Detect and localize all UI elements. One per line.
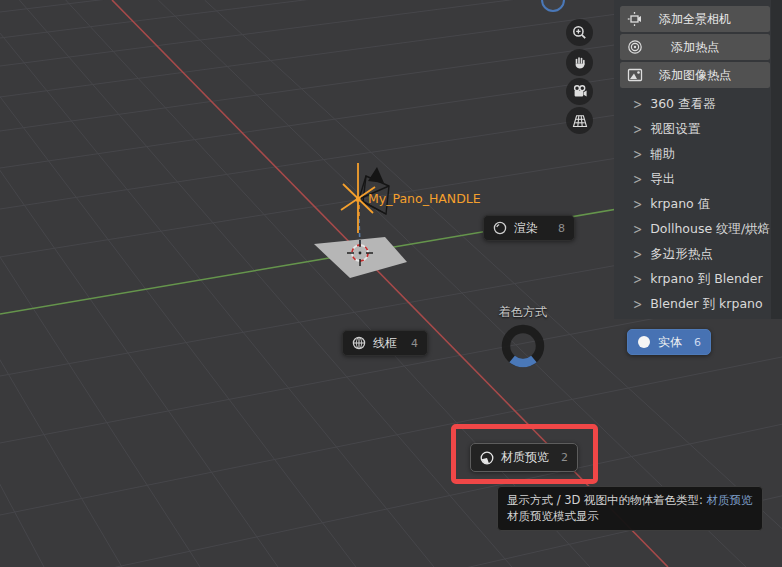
pie-item-label: 材质预览 <box>501 449 549 466</box>
material-preview-icon <box>480 451 494 465</box>
sidebar-scrollbar-gutter[interactable] <box>771 0 782 319</box>
section-label: 多边形热点 <box>650 246 713 263</box>
camera-view-button[interactable] <box>566 78 593 105</box>
hand-icon <box>572 55 587 70</box>
section-export[interactable]: > 导出 <box>620 167 772 192</box>
tooltip-line1: 显示方式 / 3D 视图中的物体着色类型: 材质预览 <box>507 492 753 508</box>
chevron-right-icon: > <box>633 271 642 287</box>
add-hotspot-button[interactable]: 添加热点 <box>620 34 770 60</box>
section-label: 视图设置 <box>650 121 700 138</box>
sidebar-panel: 添加全景相机 添加热点 添加图像热点 > 360 查看器 > 视图设置 > 辅助… <box>614 0 782 319</box>
section-krpano-to-blender[interactable]: > krpano 到 Blender <box>620 267 772 292</box>
pie-menu-title: 着色方式 <box>463 304 583 321</box>
chevron-right-icon: > <box>633 146 642 162</box>
section-dollhouse-bake[interactable]: > Dollhouse 纹理/烘焙 <box>620 217 772 242</box>
tooltip-line2: 材质预览模式显示 <box>507 508 753 524</box>
section-label: Blender 到 krpano <box>650 296 762 313</box>
grid-icon <box>572 114 588 128</box>
pie-item-label: 线框 <box>373 335 397 352</box>
tooltip-value: 材质预览 <box>707 493 753 507</box>
section-label: 辅助 <box>650 146 675 163</box>
pie-item-shortcut: 6 <box>694 336 701 349</box>
chevron-right-icon: > <box>633 296 642 312</box>
pie-item-solid[interactable]: 实体 6 <box>627 329 711 355</box>
chevron-right-icon: > <box>633 121 642 137</box>
section-krpano-values[interactable]: > krpano 值 <box>620 192 772 217</box>
pie-item-material-preview[interactable]: 材质预览 2 <box>470 443 578 472</box>
section-360-viewer[interactable]: > 360 查看器 <box>620 92 772 117</box>
pie-item-render[interactable]: 渲染 8 <box>483 215 575 241</box>
section-label: 360 查看器 <box>650 96 715 113</box>
image-hotspot-icon <box>627 67 643 83</box>
section-label: 导出 <box>650 171 675 188</box>
pie-item-wireframe[interactable]: 线框 4 <box>342 330 428 356</box>
pie-item-shortcut: 2 <box>561 451 568 464</box>
chevron-right-icon: > <box>633 196 642 212</box>
camera-icon <box>572 84 588 99</box>
solid-icon <box>637 335 651 349</box>
chevron-right-icon: > <box>633 171 642 187</box>
section-label: krpano 值 <box>650 196 710 213</box>
button-label: 添加图像热点 <box>659 67 731 84</box>
tooltip: 显示方式 / 3D 视图中的物体着色类型: 材质预览 材质预览模式显示 <box>497 486 763 531</box>
pie-item-shortcut: 4 <box>411 337 418 350</box>
section-polygon-hotspot[interactable]: > 多边形热点 <box>620 242 772 267</box>
pie-item-label: 渲染 <box>514 220 538 237</box>
add-image-hotspot-button[interactable]: 添加图像热点 <box>620 62 770 88</box>
pan-hand-button[interactable] <box>566 49 593 76</box>
zoom-in-icon <box>572 25 587 40</box>
button-label: 添加热点 <box>671 39 719 56</box>
shading-pie-ring <box>501 324 545 368</box>
section-assist[interactable]: > 辅助 <box>620 142 772 167</box>
section-label: krpano 到 Blender <box>650 271 762 288</box>
panorama-camera-icon <box>627 11 643 27</box>
hotspot-icon <box>627 39 643 55</box>
wireframe-icon <box>352 336 366 350</box>
section-view-settings[interactable]: > 视图设置 <box>620 117 772 142</box>
toggle-grid-button[interactable] <box>566 107 593 134</box>
section-label: Dollhouse 纹理/烘焙 <box>650 221 770 238</box>
object-label: My_Pano_HANDLE <box>368 191 481 206</box>
zoom-in-button[interactable] <box>566 19 593 46</box>
chevron-right-icon: > <box>633 96 642 112</box>
section-blender-to-krpano[interactable]: > Blender 到 krpano <box>620 292 772 317</box>
render-icon <box>493 221 507 235</box>
chevron-right-icon: > <box>633 246 642 262</box>
pie-item-shortcut: 8 <box>558 222 565 235</box>
add-panorama-camera-button[interactable]: 添加全景相机 <box>620 6 770 32</box>
button-label: 添加全景相机 <box>659 11 731 28</box>
chevron-right-icon: > <box>633 221 642 237</box>
pie-item-label: 实体 <box>658 334 682 351</box>
